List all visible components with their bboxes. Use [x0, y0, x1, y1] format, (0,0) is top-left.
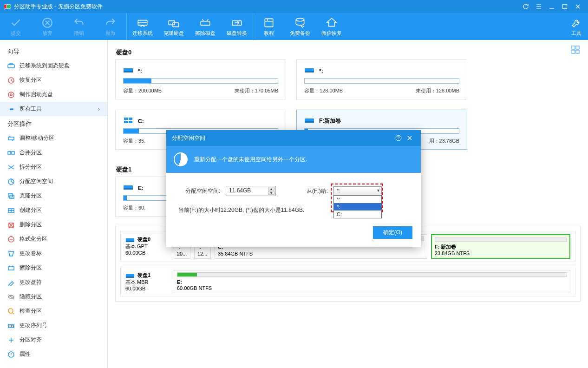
migrate-button[interactable]: 迁移系统	[126, 13, 158, 40]
view-toggle-icon[interactable]	[571, 46, 580, 54]
dropdown-option[interactable]: *:	[334, 203, 381, 210]
operation-item[interactable]: 属性	[0, 347, 107, 361]
operation-item[interactable]: 合并分区	[0, 145, 107, 160]
drive-icon	[304, 117, 314, 125]
dropdown-option[interactable]: C:	[334, 210, 381, 218]
maximize-icon[interactable]	[558, 0, 571, 13]
item-label: 合并分区	[20, 149, 42, 157]
svg-rect-36	[305, 71, 314, 72]
menu-icon[interactable]	[532, 0, 545, 13]
free-label: 未使用：128.00MB	[416, 87, 459, 94]
operation-item[interactable]: 检查分区	[0, 304, 107, 318]
wizard-item[interactable]: 迁移系统到固态硬盘	[0, 59, 107, 73]
dialog-banner-text: 重新分配一个盘的未使用空间给另外一个分区.	[194, 156, 307, 164]
operation-item[interactable]: 擦除分区	[0, 261, 107, 275]
tutorial-button[interactable]: 教程	[253, 13, 284, 40]
refresh-icon[interactable]	[519, 0, 532, 13]
partition-name: E:	[177, 279, 567, 285]
dialog-title: 分配空闲空间	[172, 134, 205, 142]
size-input[interactable]: 11.64GB ▲▼	[226, 186, 276, 196]
partition-name: F:新加卷	[319, 117, 341, 125]
partition-name: C:	[138, 118, 144, 125]
wizard-heading: 向导	[0, 44, 107, 59]
dialog-close-icon[interactable]	[404, 132, 415, 144]
disk-info[interactable]: 硬盘0 基本 GPT 60.00GB	[124, 234, 170, 259]
undo-button[interactable]: 撤销	[63, 13, 95, 40]
disk0-title: 硬盘0	[116, 48, 581, 57]
svg-rect-42	[305, 121, 314, 123]
partition-cell[interactable]: E: 60.00GB NTFS	[174, 270, 570, 293]
item-icon	[7, 221, 15, 229]
partition-card[interactable]: *: 容量：128.00MB未使用：128.00MB	[296, 59, 467, 99]
item-label: 更改盘符	[20, 278, 42, 286]
help-icon[interactable]	[393, 132, 404, 144]
disk-icon	[125, 237, 135, 243]
item-icon: •••	[7, 105, 15, 113]
wizard-item[interactable]: 恢复分区	[0, 73, 107, 87]
operation-item[interactable]: 创建分区	[0, 203, 107, 217]
svg-rect-29	[572, 46, 575, 49]
redo-button[interactable]: 重做	[95, 13, 126, 40]
convert-button[interactable]: 磁盘转换	[221, 13, 253, 40]
disk-size: 60.00GB	[125, 250, 168, 256]
dialog-banner: 重新分配一个盘的未使用空间给另外一个分区.	[166, 146, 421, 173]
item-label: 格式化分区	[20, 235, 47, 243]
wipe-label: 擦除磁盘	[195, 30, 216, 37]
partition-card[interactable]: *: 容量：200.00MB未使用：170.05MB	[115, 59, 286, 99]
close-icon[interactable]	[571, 0, 584, 13]
svg-rect-32	[576, 50, 579, 53]
operation-item[interactable]: 拆分分区	[0, 160, 107, 174]
spin-up-icon[interactable]: ▲	[268, 187, 274, 191]
partition-cell[interactable]: F: 新加卷 23.84GB NTFS	[431, 234, 570, 259]
operation-item[interactable]: 更改卷标	[0, 246, 107, 261]
item-label: 迁移系统到固态硬盘	[20, 62, 70, 70]
titlebar: 分区助手专业版 - 无损分区免费软件	[0, 0, 588, 13]
svg-rect-44	[124, 188, 133, 190]
operation-item[interactable]: 分配空闲空间	[0, 174, 107, 189]
disk-icon	[125, 272, 135, 279]
operation-item[interactable]: 123更改序列号	[0, 318, 107, 333]
backup-button[interactable]: 免费备份	[284, 13, 316, 40]
discard-button[interactable]: 放弃	[32, 13, 63, 40]
wizard-item[interactable]: •••所有工具›	[0, 102, 107, 116]
spin-down-icon[interactable]: ▼	[268, 191, 274, 195]
svg-rect-16	[8, 151, 11, 154]
wizard-item[interactable]: 制作启动光盘	[0, 87, 107, 102]
app-logo-icon	[4, 3, 11, 10]
disk-info[interactable]: 硬盘1 基本 MBR 60.00GB	[124, 270, 170, 293]
item-icon	[7, 279, 15, 286]
clone-label: 克隆硬盘	[163, 30, 184, 37]
size-label: 分配空闲空间:	[178, 187, 220, 195]
wipe-button[interactable]: 擦除磁盘	[189, 13, 221, 40]
item-icon	[7, 149, 15, 157]
operation-item[interactable]: 调整/移动分区	[0, 131, 107, 145]
operation-item[interactable]: 删除分区	[0, 217, 107, 232]
chevron-right-icon: ›	[98, 106, 100, 112]
combo-value: *:	[337, 188, 340, 193]
commit-button[interactable]: 提交	[0, 13, 32, 40]
item-label: 删除分区	[20, 221, 42, 229]
operation-item[interactable]: 分区对齐	[0, 333, 107, 347]
svg-rect-7	[201, 21, 210, 25]
dropdown-option[interactable]: *:	[334, 196, 381, 203]
clone-button[interactable]: 克隆硬盘	[158, 13, 189, 40]
capacity-label: 容量：60.	[123, 204, 145, 211]
target-drive-combo[interactable]: *:	[333, 186, 382, 196]
operation-item[interactable]: 格式化分区	[0, 232, 107, 246]
item-label: 恢复分区	[20, 76, 42, 84]
operation-item[interactable]: 克隆分区	[0, 189, 107, 203]
svg-rect-15	[8, 137, 14, 140]
svg-rect-24	[8, 267, 14, 270]
svg-rect-11	[8, 65, 14, 68]
minimize-icon[interactable]	[545, 0, 558, 13]
partition-detail: 23.84GB NTFS	[435, 250, 567, 256]
svg-point-1	[7, 4, 11, 9]
operation-item[interactable]: 隐藏分区	[0, 289, 107, 304]
item-label: 拆分分区	[20, 163, 42, 171]
svg-point-13	[8, 92, 14, 98]
tools-button[interactable]: 工具	[565, 13, 588, 40]
operation-item[interactable]: 更改盘符	[0, 275, 107, 289]
from-label: 从(F:)给:	[300, 187, 328, 195]
ok-button[interactable]: 确定(O)	[373, 226, 412, 239]
wechat-button[interactable]: 微信恢复	[316, 13, 347, 40]
